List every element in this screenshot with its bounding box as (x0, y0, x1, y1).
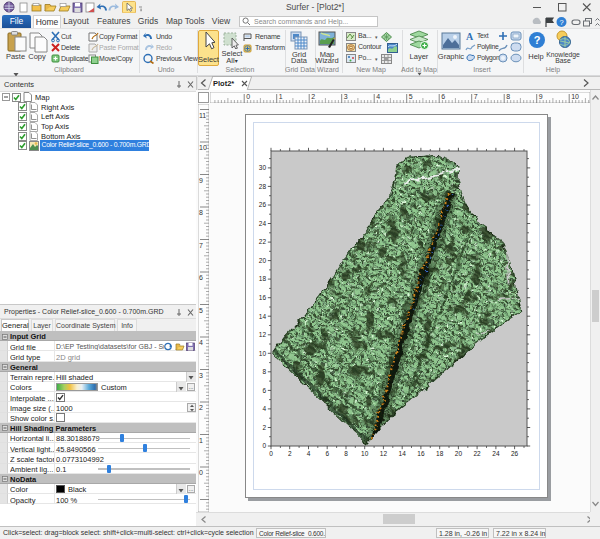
svg-text:18: 18 (436, 450, 444, 457)
svg-text:8: 8 (506, 93, 510, 100)
svg-text:5: 5 (199, 307, 203, 314)
svg-text:20: 20 (259, 257, 267, 264)
svg-text:7: 7 (199, 242, 203, 249)
svg-text:?: ? (534, 34, 541, 46)
svg-text:10: 10 (361, 450, 369, 457)
svg-text:0: 0 (246, 93, 250, 100)
svg-text:0: 0 (269, 450, 273, 457)
svg-text:11: 11 (199, 112, 206, 119)
svg-text:10: 10 (571, 93, 579, 100)
svg-text:10: 10 (259, 350, 267, 357)
svg-text:14: 14 (399, 450, 407, 457)
svg-text:24: 24 (259, 220, 267, 227)
svg-text:8: 8 (262, 368, 266, 375)
svg-text:18: 18 (259, 275, 267, 282)
svg-text:24: 24 (492, 450, 500, 457)
svg-text:?: ? (559, 18, 563, 27)
svg-text:4: 4 (376, 93, 380, 100)
svg-text:5: 5 (409, 93, 413, 100)
svg-text:12: 12 (259, 331, 267, 338)
svg-text:0: 0 (199, 469, 203, 476)
svg-text:8: 8 (199, 209, 203, 216)
svg-text:1: 1 (199, 437, 203, 444)
svg-text:6: 6 (325, 450, 329, 457)
svg-text:1: 1 (279, 93, 283, 100)
svg-text:6: 6 (262, 387, 266, 394)
svg-text:16: 16 (259, 294, 267, 301)
svg-text:2: 2 (311, 93, 315, 100)
svg-text:4: 4 (199, 339, 203, 346)
svg-text:22: 22 (259, 238, 267, 245)
svg-text:26: 26 (259, 201, 267, 208)
svg-text:2: 2 (199, 404, 203, 411)
svg-text:2: 2 (262, 424, 266, 431)
svg-text:8: 8 (344, 450, 348, 457)
svg-text:3: 3 (344, 93, 348, 100)
svg-text:A: A (466, 31, 474, 42)
svg-text:14: 14 (259, 313, 267, 320)
svg-text:22: 22 (473, 450, 481, 457)
svg-text:7: 7 (474, 93, 478, 100)
svg-text:0: 0 (262, 442, 266, 449)
svg-text:10: 10 (199, 144, 207, 151)
svg-text:9: 9 (199, 177, 203, 184)
svg-text:2: 2 (288, 450, 292, 457)
svg-text:4: 4 (262, 405, 266, 412)
svg-text:30: 30 (259, 164, 267, 171)
svg-text:28: 28 (259, 183, 267, 190)
svg-text:20: 20 (455, 450, 463, 457)
svg-text:6: 6 (441, 93, 445, 100)
svg-text:9: 9 (539, 93, 543, 100)
svg-text:6: 6 (199, 274, 203, 281)
svg-text:16: 16 (417, 450, 425, 457)
svg-text:12: 12 (380, 450, 388, 457)
svg-text:4: 4 (307, 450, 311, 457)
svg-text:26: 26 (511, 450, 519, 457)
svg-text:3: 3 (199, 372, 203, 379)
